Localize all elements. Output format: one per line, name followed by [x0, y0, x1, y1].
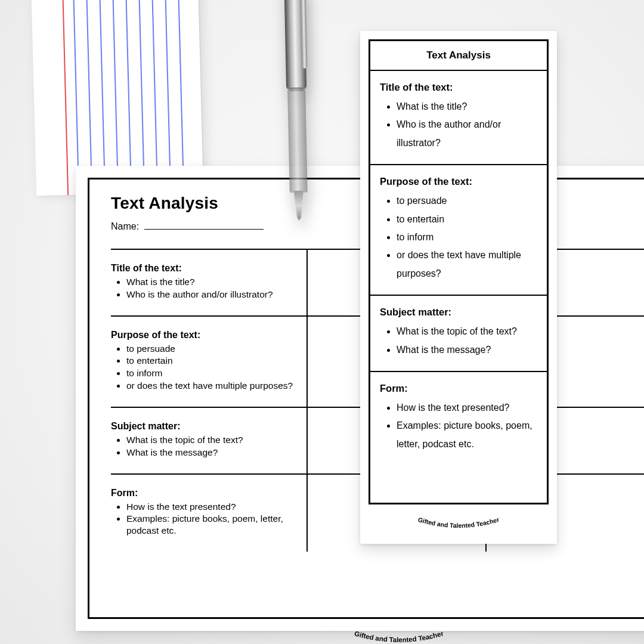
- name-label: Name:: [111, 221, 139, 231]
- svg-text:Gifted and Talented Teacher: Gifted and Talented Teacher: [353, 630, 444, 643]
- bullet: or does the text have multiple purposes?: [126, 380, 296, 392]
- bullet: What is the topic of the text?: [126, 434, 296, 446]
- section-heading: Purpose of the text:: [111, 330, 296, 340]
- brand-footer: Gifted and Talented Teacher: [89, 624, 644, 644]
- bullet: to entertain: [126, 355, 296, 367]
- bullet: or does the text have multiple purposes?: [397, 246, 537, 283]
- bullet: Examples: picture books, poem, letter, p…: [397, 417, 537, 453]
- bullet: What is the title?: [126, 276, 296, 288]
- section-heading: Form:: [380, 383, 537, 394]
- bullet: to inform: [126, 367, 296, 379]
- bullet: How is the text presented?: [397, 399, 537, 417]
- bullet: to entertain: [397, 210, 537, 228]
- bullet: to inform: [397, 228, 537, 246]
- bullet: Who is the author and/or illustrator?: [397, 116, 537, 152]
- section-heading: Subject matter:: [380, 306, 537, 318]
- brand-footer: Gifted and Talented Teacher: [360, 512, 557, 535]
- bullet: to persuade: [126, 343, 296, 355]
- section-heading: Form:: [111, 488, 296, 499]
- bullet: What is the topic of the text?: [397, 323, 537, 340]
- section-heading: Purpose of the text:: [380, 176, 537, 187]
- page-title: Text Analysis: [370, 41, 547, 71]
- bullet: What is the message?: [126, 447, 296, 459]
- bullet: to persuade: [397, 192, 537, 210]
- bullet: Examples: picture books, poem, letter, p…: [126, 513, 296, 537]
- bullet: What is the message?: [397, 341, 537, 359]
- bullet: Who is the author and/or illustrator?: [126, 289, 296, 301]
- section-heading: Title of the text:: [380, 82, 537, 93]
- name-input-line[interactable]: [144, 229, 264, 230]
- worksheet-portrait: Text Analysis Title of the text: What is…: [360, 31, 557, 544]
- svg-text:Gifted and Talented Teacher: Gifted and Talented Teacher: [417, 516, 500, 529]
- pen-icon: [276, 0, 317, 245]
- bullet: How is the text presented?: [126, 501, 296, 513]
- bullet: What is the title?: [397, 98, 537, 116]
- section-heading: Subject matter:: [111, 421, 296, 432]
- section-heading: Title of the text:: [111, 263, 296, 274]
